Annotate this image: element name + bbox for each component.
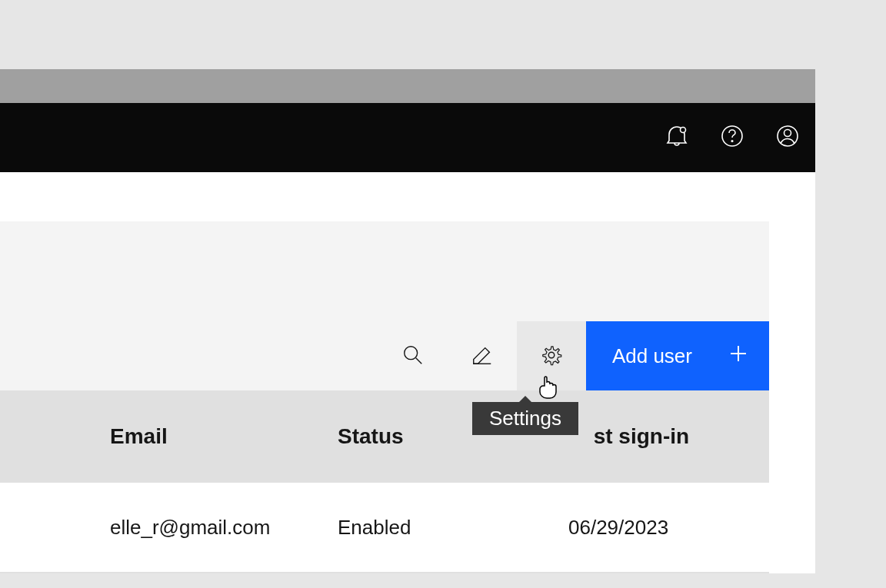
user-profile-button[interactable] (774, 124, 801, 151)
user-avatar-icon (775, 124, 800, 151)
edit-icon (471, 344, 494, 369)
search-icon (401, 344, 425, 369)
column-header-status[interactable]: Status (338, 424, 568, 449)
help-button[interactable] (718, 124, 746, 151)
cell-status: Enabled (338, 516, 568, 540)
content-area: Add user Settings (0, 172, 815, 573)
add-user-button[interactable]: Add user (586, 321, 769, 390)
search-button[interactable] (378, 321, 448, 390)
notifications-button[interactable] (663, 124, 691, 151)
cell-email: elle_r@gmail.com (110, 516, 338, 540)
svg-point-0 (681, 128, 686, 133)
table-toolbar: Add user Settings (0, 221, 769, 390)
window-chrome (0, 69, 815, 103)
svg-point-2 (731, 141, 733, 142)
content-header-space (0, 172, 815, 221)
table-row[interactable]: elle_r@gmail.com Enabled 06/29/2023 (0, 483, 769, 573)
column-header-email[interactable]: Email (110, 424, 338, 449)
plus-icon (729, 344, 748, 368)
cell-last-signin: 06/29/2023 (568, 516, 769, 540)
table-header: Email Status Last sign-in (0, 390, 769, 483)
add-user-label: Add user (612, 344, 692, 368)
bell-icon (664, 124, 689, 151)
svg-point-5 (405, 346, 418, 359)
window-frame: Add user Settings (0, 69, 815, 573)
svg-point-4 (784, 130, 791, 137)
settings-button[interactable] (517, 321, 586, 390)
svg-line-6 (416, 357, 422, 364)
top-bar (0, 103, 815, 172)
edit-button[interactable] (448, 321, 517, 390)
svg-point-8 (548, 352, 555, 358)
toolbar-actions: Add user (378, 321, 769, 390)
column-header-last-signin[interactable]: Last sign-in (568, 424, 769, 449)
help-icon (720, 124, 744, 151)
gear-icon (540, 344, 563, 369)
